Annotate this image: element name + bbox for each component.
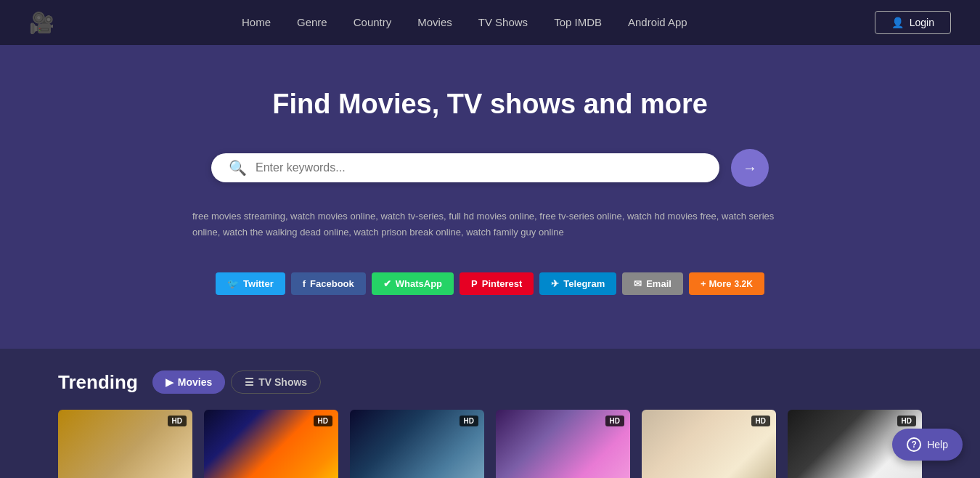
logo-icon: 🎥 (29, 11, 54, 35)
hero-section: Find Movies, TV shows and more 🔍 → free … (0, 45, 980, 349)
help-label: Help (927, 439, 948, 450)
help-button[interactable]: ? Help (892, 429, 963, 461)
hd-badge: HD (751, 416, 770, 426)
social-bar: 🐦 Twitter f Facebook ✔ WhatsApp P Pinter… (15, 261, 965, 312)
tab-tvshows[interactable]: ☰ TV Shows (231, 370, 321, 394)
hd-badge: HD (314, 416, 332, 426)
twitter-icon: 🐦 (227, 278, 239, 289)
logo[interactable]: 🎥 (29, 11, 54, 35)
nav-androidapp[interactable]: Android App (628, 16, 687, 28)
main-content: Trending ▶ Movies ☰ TV Shows HD HD HD (0, 349, 980, 478)
email-label: Email (646, 278, 671, 289)
more-count: 3.2K (735, 279, 753, 289)
hero-title: Find Movies, TV shows and more (15, 89, 965, 120)
more-label: More (709, 278, 731, 289)
movie-grid: HD HD HD HD HD HD (58, 410, 922, 478)
telegram-label: Telegram (563, 278, 605, 289)
trending-tabs: ▶ Movies ☰ TV Shows (152, 370, 321, 394)
search-bar-wrap: 🔍 → (15, 149, 965, 187)
telegram-button[interactable]: ✈ Telegram (539, 272, 616, 295)
hd-badge: HD (605, 416, 624, 426)
pinterest-icon: P (471, 278, 478, 289)
login-button[interactable]: 👤 Login (875, 11, 951, 34)
play-icon: ▶ (166, 376, 173, 388)
email-icon: ✉ (634, 278, 642, 289)
tab-tvshows-label: TV Shows (258, 376, 307, 388)
twitter-button[interactable]: 🐦 Twitter (216, 272, 285, 295)
tab-movies[interactable]: ▶ Movies (152, 370, 225, 394)
arrow-right-icon: → (743, 160, 757, 177)
nav-home[interactable]: Home (242, 16, 271, 28)
movie-card[interactable]: HD (350, 410, 484, 478)
facebook-label: Facebook (310, 278, 354, 289)
search-button[interactable]: → (731, 149, 769, 187)
nav-links: Home Genre Country Movies TV Shows Top I… (242, 16, 687, 29)
telegram-icon: ✈ (551, 278, 559, 289)
whatsapp-icon: ✔ (383, 278, 391, 289)
facebook-icon: f (303, 278, 306, 289)
hd-badge: HD (168, 416, 187, 426)
nav-movies[interactable]: Movies (417, 16, 452, 28)
whatsapp-label: WhatsApp (396, 278, 442, 289)
more-icon: + (701, 278, 706, 289)
more-button[interactable]: + More 3.2K (689, 272, 764, 295)
trending-title: Trending (58, 371, 138, 394)
whatsapp-button[interactable]: ✔ WhatsApp (372, 272, 454, 295)
email-button[interactable]: ✉ Email (622, 272, 683, 295)
facebook-button[interactable]: f Facebook (291, 272, 366, 295)
search-bar: 🔍 (211, 153, 719, 182)
movie-card[interactable]: HD (496, 410, 630, 478)
search-input[interactable] (256, 161, 702, 174)
login-label: Login (910, 17, 934, 28)
list-icon: ☰ (245, 376, 254, 388)
trending-header: Trending ▶ Movies ☰ TV Shows (58, 370, 922, 394)
pinterest-label: Pinterest (482, 278, 523, 289)
nav-genre[interactable]: Genre (297, 16, 327, 28)
keywords-text: free movies streaming, watch movies onli… (163, 208, 817, 240)
pinterest-button[interactable]: P Pinterest (460, 272, 534, 295)
nav-tvshows[interactable]: TV Shows (478, 16, 528, 28)
movie-card[interactable]: HD (58, 410, 192, 478)
user-icon: 👤 (891, 17, 904, 28)
twitter-label: Twitter (243, 278, 274, 289)
help-icon: ? (907, 437, 921, 452)
tab-movies-label: Movies (178, 376, 212, 388)
movie-card[interactable]: HD (642, 410, 776, 478)
hd-badge: HD (897, 416, 916, 426)
nav-topimdb[interactable]: Top IMDB (554, 16, 602, 28)
navbar: 🎥 Home Genre Country Movies TV Shows Top… (0, 0, 980, 45)
nav-country[interactable]: Country (354, 16, 392, 28)
movie-card[interactable]: HD (204, 410, 338, 478)
hd-badge: HD (460, 416, 478, 426)
search-icon: 🔍 (229, 159, 247, 177)
